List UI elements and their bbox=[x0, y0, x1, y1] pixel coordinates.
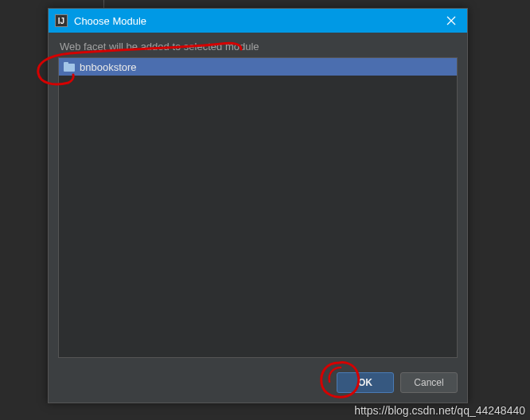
module-item[interactable]: bnbookstore bbox=[59, 58, 457, 76]
dialog-title: Choose Module bbox=[74, 15, 435, 27]
dialog-footer: OK Cancel bbox=[49, 364, 467, 402]
close-icon bbox=[446, 16, 456, 25]
choose-module-dialog: IJ Choose Module Web facet will be added… bbox=[48, 8, 468, 403]
dialog-message: Web facet will be added to selected modu… bbox=[58, 41, 458, 52]
bg-divider bbox=[103, 0, 104, 8]
watermark: https://blog.csdn.net/qq_44248440 bbox=[354, 404, 525, 417]
module-item-label: bnbookstore bbox=[80, 61, 137, 73]
ok-button[interactable]: OK bbox=[337, 372, 394, 393]
close-button[interactable] bbox=[435, 9, 467, 33]
dialog-body: Web facet will be added to selected modu… bbox=[49, 33, 467, 364]
module-list[interactable]: bnbookstore bbox=[58, 57, 458, 358]
module-folder-icon bbox=[64, 62, 75, 72]
cancel-button[interactable]: Cancel bbox=[400, 372, 458, 393]
dialog-titlebar[interactable]: IJ Choose Module bbox=[49, 9, 467, 33]
intellij-icon: IJ bbox=[55, 14, 68, 27]
